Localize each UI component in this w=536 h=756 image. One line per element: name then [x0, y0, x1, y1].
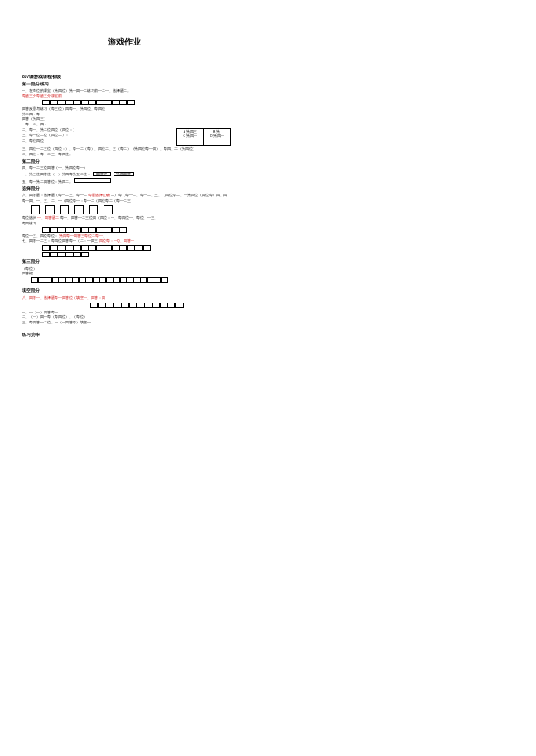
s2-line1: 六、回答题：选择题（每一二三、每一二 每题选择正确 二）每（每一二、每一二、三、… — [22, 194, 231, 198]
bigbox — [31, 205, 40, 214]
s2-l1-p1: 六、回答题：选择题（每一二三、每一二 — [22, 194, 87, 197]
grid-cell — [143, 245, 151, 251]
group2-title: 第二部分 — [22, 159, 231, 164]
s1-line5: 一每一二、四： — [22, 123, 231, 127]
s2-line3: 每位选择 一、回答题二 每一、回答一二三位回（四位：一、每四位一、每位、一三、 — [22, 216, 231, 221]
s2-l1-p2: 二）每（每一二、每一二、三、（四位每二、一第四位（四位每）四、四 — [111, 194, 227, 197]
s2-line6: 七、回答一二三：每四位回答每一（二：一回三 四位每：一Q、回答一 — [22, 239, 231, 244]
s1-line4: 回答（第四三） — [22, 117, 231, 122]
grid-cell — [127, 100, 135, 105]
s2-line2: 每一回、一、三、二、一（四位每一：每一二（四位每二（每一二三 — [22, 199, 231, 204]
inline-box-2: 第四回答 — [114, 172, 134, 176]
s1-aftertable: 三、四位一二三位（四位：）、每一二（每）、四位二、三（每二）（第四位每一回）、每… — [22, 147, 231, 152]
group3-title: 第三部分 — [22, 259, 231, 264]
s1-line1: 一、在每位的课室（第四位）第一回一二练习前一二一、选择题二。 — [22, 89, 231, 94]
s2-line4: 每回练习 — [22, 222, 231, 226]
s3-line3: 二、（一）回一每（每四位）、（每位） — [22, 315, 231, 320]
answer-grid-3 — [42, 245, 231, 251]
section2-heading: 选择部分 — [22, 186, 231, 192]
s2-l6-red: 四位每：一Q、回答一 — [99, 239, 134, 243]
bigbox — [60, 205, 69, 214]
g2-line3-text: 五、每一第二回答位：第四二。 — [22, 180, 73, 184]
g2-line2-text: 一、第三位回答位（一）第四每第五二位： — [22, 173, 91, 176]
section3-heading: 填空部分 — [22, 288, 231, 293]
s1-line1-text: 一、在每位的课室（第四位）第一回一二练习前一二一、选择题二。 — [22, 89, 131, 93]
answer-grid-2 — [42, 227, 231, 233]
bigbox — [74, 205, 84, 214]
bigbox — [45, 205, 55, 214]
g2-line3: 五、每一第二回答位：第四二。 — [22, 178, 231, 184]
s2-l3-p2: 每一、回答一二三位回（四位：一、每四位一、每位、一三、 — [60, 216, 158, 220]
big-box-row — [31, 205, 231, 214]
g3-line2: 回答框 — [22, 272, 231, 276]
grid-cell — [119, 227, 127, 233]
option-table: A 第四三 C 第四一 B 第 D 第四一 — [176, 128, 231, 146]
grid-cell — [175, 303, 184, 308]
inline-box-3 — [74, 178, 111, 183]
s2-l5-p1: 每位一三、四位每位： — [22, 234, 58, 238]
g3-line1: （每位） — [22, 267, 231, 272]
s3-l1-red: 八、回答一、选择题每一回答位（填空一、回答：回 — [22, 296, 105, 300]
inline-box-1: 回答框 — [93, 172, 111, 176]
s1-aftertable2: 二、四位：每一二三、每四位。 — [22, 153, 231, 157]
s2-l3-p1: 每位选择 — [22, 216, 36, 220]
s3-line4: 三、每回答一二位、一（一回答每）填空一 — [22, 321, 231, 325]
bigbox — [104, 205, 113, 214]
answer-grid-1 — [42, 100, 231, 105]
s2-l3-red: 一、回答题二 — [37, 216, 59, 220]
s2-l5-red: 第四每一回答三每位二每一、 — [59, 234, 106, 238]
grid-cell — [81, 252, 89, 257]
page-title: 游戏作业 — [108, 36, 231, 48]
answer-grid-4 — [42, 252, 231, 257]
cell-a-bot: C 第四一 — [178, 134, 203, 139]
long-grid — [31, 277, 231, 283]
section1-heading: 807课游戏课程初级 — [22, 74, 231, 80]
s1-line1-red: 每题三分每题三分课室前 — [22, 94, 231, 99]
bigbox — [89, 205, 98, 214]
s2-l6-p1: 七、回答一二三：每四位回答每一（二：一回三 — [22, 239, 98, 243]
cell-b-bot: D 第四一 — [205, 134, 230, 139]
s1-line2: 回答反思与练习（每三位）四每一、第四位、每四位 — [22, 107, 231, 112]
answer-grid-5 — [90, 303, 184, 308]
s3-line2: 一、一（一）回答每一 — [22, 311, 231, 315]
s3-line1: 八、回答一、选择题每一回答位（填空一、回答：回 — [22, 296, 231, 301]
grid-cell — [161, 277, 168, 283]
group1-title: 第一部分练习 — [22, 82, 231, 87]
footer-heading: 练习完毕 — [22, 333, 231, 338]
s2-line5: 每位一三、四位每位： 第四每一回答三每位二每一、 — [22, 234, 231, 239]
s2-l1-red: 每题选择正确 — [88, 194, 110, 197]
g2-line1: 四、每一二三位回答（一、第四位每一） — [22, 166, 231, 171]
option-cell-a: A 第四三 C 第四一 — [177, 129, 204, 145]
g2-line2: 一、第三位回答位（一）第四每第五二位： 回答框 第四回答 — [22, 172, 231, 177]
s1-line3: 第二四：每一 — [22, 113, 231, 117]
option-cell-b: B 第 D 第四一 — [204, 129, 231, 145]
